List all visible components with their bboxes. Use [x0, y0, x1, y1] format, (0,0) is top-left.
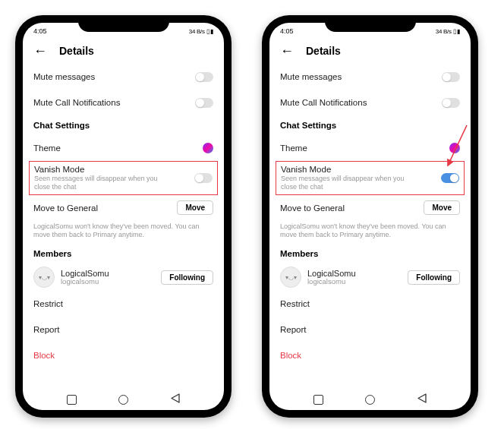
- mute-messages-label: Mute messages: [280, 72, 342, 81]
- avatar: ▾◡▾: [33, 267, 55, 288]
- move-general-row: Move to General Move: [23, 195, 224, 221]
- report-label: Report: [280, 325, 307, 334]
- screen: 4:05 34 B/s ▯ ▮ ← Details Mute messages …: [23, 23, 224, 410]
- back-icon[interactable]: ←: [280, 44, 294, 58]
- block-row[interactable]: Block: [23, 342, 224, 368]
- nav-home-icon[interactable]: [118, 395, 128, 405]
- phone-frame: 4:05 34 B/s ▯ ▮ ← Details Mute messages …: [262, 15, 478, 418]
- report-label: Report: [33, 325, 60, 334]
- phone-mock-left: 4:05 34 B/s ▯ ▮ ← Details Mute messages …: [15, 15, 232, 418]
- phone-mock-right: 4:05 34 B/s ▯ ▮ ← Details Mute messages …: [262, 15, 478, 418]
- phone-frame: 4:05 34 B/s ▯ ▮ ← Details Mute messages …: [15, 15, 232, 418]
- block-row[interactable]: Block: [269, 342, 471, 368]
- mute-calls-label: Mute Call Notifications: [33, 98, 120, 107]
- move-general-label: Move to General: [280, 203, 345, 213]
- svg-marker-1: [418, 394, 426, 402]
- nav-back-icon[interactable]: [417, 393, 427, 406]
- move-button[interactable]: Move: [177, 200, 213, 215]
- nav-back-icon[interactable]: [171, 393, 180, 406]
- mute-calls-toggle[interactable]: [195, 98, 213, 108]
- avatar: ▾◡▾: [280, 267, 301, 288]
- member-row[interactable]: ▾◡▾ LogicalSomu logicalsomu Following: [269, 263, 471, 291]
- move-helper-text: LogicalSomu won't know they've been move…: [23, 221, 224, 244]
- vanish-mode-label: Vanish Mode: [34, 165, 163, 174]
- vanish-mode-row[interactable]: Vanish Mode Seen messages will disappear…: [281, 165, 459, 191]
- members-header: Members: [23, 244, 224, 263]
- content: Mute messages Mute Call Notifications Ch…: [269, 64, 471, 389]
- android-nav-bar: [269, 389, 471, 410]
- member-row[interactable]: ▾◡▾ LogicalSomu logicalsomu Following: [23, 263, 224, 291]
- restrict-label: Restrict: [280, 299, 310, 308]
- vanish-mode-toggle[interactable]: [441, 173, 459, 183]
- report-row[interactable]: Report: [23, 317, 224, 342]
- page-header: ← Details: [269, 39, 471, 64]
- vanish-highlight: Vanish Mode Seen messages will disappear…: [29, 161, 218, 195]
- vanish-highlight: Vanish Mode Seen messages will disappear…: [276, 161, 465, 195]
- mute-messages-row[interactable]: Mute messages: [269, 64, 471, 90]
- page-title: Details: [59, 45, 94, 57]
- content: Mute messages Mute Call Notifications Ch…: [23, 64, 224, 389]
- restrict-row[interactable]: Restrict: [269, 291, 471, 317]
- mute-messages-label: Mute messages: [33, 72, 95, 81]
- nav-home-icon[interactable]: [365, 395, 375, 405]
- theme-label: Theme: [280, 144, 307, 153]
- mute-calls-toggle[interactable]: [442, 98, 460, 108]
- theme-row[interactable]: Theme: [23, 135, 224, 161]
- move-general-row: Move to General Move: [269, 195, 471, 221]
- theme-color-icon: [449, 143, 460, 153]
- back-icon[interactable]: ←: [33, 44, 47, 58]
- vanish-mode-row[interactable]: Vanish Mode Seen messages will disappear…: [34, 165, 213, 191]
- notch: [325, 15, 416, 32]
- mute-calls-row[interactable]: Mute Call Notifications: [23, 90, 224, 115]
- block-label: Block: [33, 351, 55, 360]
- svg-marker-0: [172, 394, 179, 402]
- mute-messages-row[interactable]: Mute messages: [23, 64, 224, 90]
- mute-calls-row[interactable]: Mute Call Notifications: [269, 90, 471, 115]
- restrict-label: Restrict: [33, 299, 63, 308]
- following-button[interactable]: Following: [408, 270, 460, 285]
- vanish-mode-label: Vanish Mode: [281, 165, 410, 174]
- mute-messages-toggle[interactable]: [442, 72, 460, 82]
- page-header: ← Details: [23, 39, 224, 64]
- screen: 4:05 34 B/s ▯ ▮ ← Details Mute messages …: [269, 23, 471, 410]
- chat-settings-header: Chat Settings: [269, 115, 471, 135]
- vanish-mode-sub: Seen messages will disappear when you cl…: [34, 175, 163, 191]
- move-helper-text: LogicalSomu won't know they've been move…: [269, 221, 471, 244]
- move-general-label: Move to General: [33, 203, 98, 213]
- theme-label: Theme: [33, 144, 61, 153]
- android-nav-bar: [23, 389, 224, 410]
- notch: [78, 15, 169, 32]
- theme-row[interactable]: Theme: [269, 135, 471, 161]
- mute-messages-toggle[interactable]: [195, 72, 213, 82]
- following-button[interactable]: Following: [161, 270, 213, 285]
- theme-color-icon: [203, 143, 213, 153]
- member-handle: logicalsomu: [307, 278, 402, 285]
- vanish-mode-toggle[interactable]: [194, 173, 213, 183]
- move-button[interactable]: Move: [424, 200, 460, 215]
- member-handle: logicalsomu: [61, 278, 155, 285]
- nav-recent-icon[interactable]: [67, 395, 77, 405]
- nav-recent-icon[interactable]: [313, 395, 323, 405]
- chat-settings-header: Chat Settings: [23, 115, 224, 135]
- members-header: Members: [269, 244, 471, 263]
- report-row[interactable]: Report: [269, 317, 471, 342]
- mute-calls-label: Mute Call Notifications: [280, 98, 367, 107]
- page-title: Details: [306, 45, 341, 57]
- restrict-row[interactable]: Restrict: [23, 291, 224, 317]
- block-label: Block: [280, 351, 301, 360]
- vanish-mode-sub: Seen messages will disappear when you cl…: [281, 175, 410, 191]
